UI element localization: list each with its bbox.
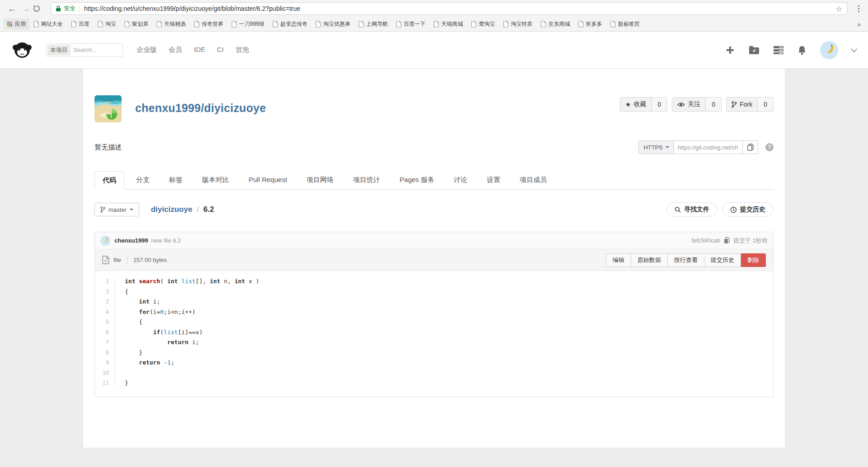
tab-项目统计[interactable]: 项目统计: [345, 171, 388, 190]
commit-author-avatar[interactable]: [100, 236, 110, 246]
clone-widget: HTTPS ?: [638, 140, 774, 154]
bookmark-label: 百度: [79, 20, 90, 28]
apps-label: 应用: [15, 20, 26, 28]
tab-代码[interactable]: 代码: [94, 171, 124, 190]
breadcrumb-repo-link[interactable]: diyicizuoye: [151, 205, 193, 214]
bookmark-item[interactable]: 一刀999级: [227, 20, 269, 28]
reload-icon[interactable]: [33, 5, 45, 13]
line-number[interactable]: 6: [95, 327, 115, 338]
page-icon: [98, 21, 103, 28]
browser-menu-icon[interactable]: [854, 5, 863, 12]
user-menu-chevron-icon[interactable]: [851, 46, 857, 52]
find-file-button[interactable]: 寻找文件: [666, 202, 717, 217]
header-nav-IDE[interactable]: IDE: [194, 46, 205, 54]
line-number[interactable]: 11: [95, 378, 115, 388]
project-tabs: 代码分支标签版本对比Pull Request项目网络项目统计Pages 服务讨论…: [94, 171, 774, 190]
apps-button[interactable]: 应用: [4, 19, 29, 30]
tab-Pull Request[interactable]: Pull Request: [241, 171, 295, 190]
commit-author[interactable]: chenxu1999: [114, 237, 148, 244]
search-input[interactable]: [73, 47, 111, 53]
bookmark-item[interactable]: 京东商城: [537, 20, 574, 28]
clone-protocol-dropdown[interactable]: HTTPS: [638, 140, 674, 154]
projects-folder-icon[interactable]: [749, 46, 760, 55]
line-number[interactable]: 1: [95, 276, 115, 287]
Fork-button[interactable]: Fork: [726, 98, 757, 111]
forward-icon[interactable]: →: [19, 4, 33, 14]
line-number[interactable]: 5: [95, 317, 115, 327]
clone-copy-button[interactable]: [743, 140, 758, 154]
收藏-count[interactable]: 0: [651, 98, 667, 111]
bookmark-star-icon[interactable]: ☆: [836, 5, 842, 13]
file-viewer: chenxu1999 new file 6.2 fefc580cab 提交于 1…: [94, 232, 774, 397]
bookmark-item[interactable]: 传奇世界: [190, 20, 227, 28]
line-number[interactable]: 4: [95, 307, 115, 318]
line-number[interactable]: 3: [95, 297, 115, 307]
line-number[interactable]: 10: [95, 368, 115, 378]
line-number[interactable]: 9: [95, 358, 115, 368]
Fork-count[interactable]: 0: [757, 98, 773, 111]
bookmark-label: 淘宝优惠券: [323, 20, 350, 28]
copy-icon[interactable]: [724, 237, 730, 244]
header-nav-CI[interactable]: CI: [217, 46, 224, 54]
bookmark-item[interactable]: 超变态传奇: [269, 20, 311, 28]
help-icon[interactable]: ?: [765, 143, 774, 151]
line-number[interactable]: 8: [95, 348, 115, 358]
bookmark-item[interactable]: 网址大全: [29, 20, 67, 28]
bookmark-item[interactable]: 天猫商城: [429, 20, 467, 28]
user-avatar[interactable]: [820, 41, 838, 59]
bookmark-item[interactable]: 百度: [67, 20, 94, 28]
header-nav-冒泡[interactable]: 冒泡: [236, 46, 249, 54]
clone-protocol-label: HTTPS: [643, 144, 663, 151]
header-nav-企业版[interactable]: 企业版: [137, 46, 157, 54]
repo-title[interactable]: chenxu1999/diyicizuoye: [135, 102, 266, 115]
divider: [79, 5, 80, 12]
url-text[interactable]: https://coding.net/u/chenxu1999/p/diyici…: [84, 5, 832, 12]
commit-history-button[interactable]: 提交历史: [722, 202, 774, 217]
address-bar[interactable]: 安全 https://coding.net/u/chenxu1999/p/diy…: [51, 2, 847, 15]
bookmark-item[interactable]: 淘宝特卖: [499, 20, 537, 28]
header-search-box[interactable]: 本项目: [46, 43, 123, 57]
plus-icon[interactable]: [725, 45, 735, 55]
bookmark-item[interactable]: 奖多多: [574, 20, 606, 28]
back-icon[interactable]: ←: [5, 4, 19, 14]
code-line: 8 }: [95, 348, 773, 358]
coding-logo-icon[interactable]: [12, 40, 33, 61]
收藏-button[interactable]: ★收藏: [620, 98, 651, 111]
bookmark-item[interactable]: 聚划算: [120, 20, 152, 28]
code-text: int search( int list[], int n, int x ): [115, 276, 259, 287]
clone-url-input[interactable]: [674, 140, 743, 154]
bookmark-item[interactable]: 新标签页: [606, 20, 644, 28]
tab-项目成员[interactable]: 项目成员: [512, 171, 555, 190]
bookmark-item[interactable]: 爱淘宝: [467, 20, 499, 28]
delete-button[interactable]: 删除: [741, 253, 766, 267]
bookmarks-overflow-chevron[interactable]: »: [854, 21, 864, 28]
tab-分支[interactable]: 分支: [128, 171, 157, 190]
file-action-提交历史[interactable]: 提交历史: [704, 253, 741, 267]
header-nav-会员[interactable]: 会员: [169, 46, 182, 54]
tab-版本对比[interactable]: 版本对比: [194, 171, 237, 190]
branch-selector[interactable]: master: [94, 203, 139, 216]
bookmark-item[interactable]: 百度一下: [392, 20, 429, 28]
file-action-原始数据[interactable]: 原始数据: [631, 253, 668, 267]
commit-hash[interactable]: fefc580cab: [692, 237, 721, 244]
tab-Pages 服务[interactable]: Pages 服务: [392, 171, 442, 190]
bookmark-item[interactable]: 淘宝优惠券: [311, 20, 354, 28]
tab-讨论[interactable]: 讨论: [446, 171, 475, 190]
breadcrumb-file: 6.2: [203, 205, 214, 214]
notifications-bell-icon[interactable]: [797, 45, 807, 55]
bookmark-item[interactable]: 上网导航: [354, 20, 392, 28]
bookmark-item[interactable]: 天猫精选: [152, 20, 190, 28]
tab-设置[interactable]: 设置: [479, 171, 508, 190]
file-action-按行查看[interactable]: 按行查看: [668, 253, 704, 267]
task-list-icon[interactable]: [773, 46, 784, 55]
line-number[interactable]: 7: [95, 337, 115, 348]
关注-count[interactable]: 0: [705, 98, 721, 111]
code-text: [115, 368, 125, 378]
line-number[interactable]: 2: [95, 287, 115, 297]
tab-标签[interactable]: 标签: [161, 171, 190, 190]
bookmark-item[interactable]: 淘宝: [94, 20, 120, 28]
tab-项目网络[interactable]: 项目网络: [299, 171, 341, 190]
repo-avatar[interactable]: [94, 95, 122, 122]
file-action-编辑[interactable]: 编辑: [606, 253, 631, 267]
关注-button[interactable]: 关注: [672, 98, 705, 111]
